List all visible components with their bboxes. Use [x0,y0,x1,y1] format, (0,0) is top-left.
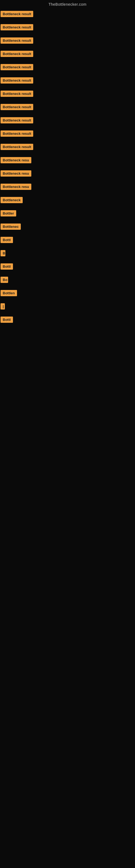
bottleneck-row-24: Bottl [0,313,135,327]
bottleneck-badge-8[interactable]: Bottleneck result [1,104,33,110]
bottleneck-row-23: | [0,300,135,313]
bottleneck-badge-18[interactable]: Bottl [1,237,13,243]
bottleneck-row-18: Bottl [0,234,135,247]
bottleneck-badge-11[interactable]: Bottleneck result [1,144,33,150]
bottleneck-badge-2[interactable]: Bottleneck result [1,24,33,30]
bottleneck-badge-10[interactable]: Bottleneck result [1,130,33,137]
bottleneck-row-9: Bottleneck result [0,114,135,127]
bottleneck-row-8: Bottleneck result [0,101,135,114]
bottleneck-row-13: Bottleneck resu [0,167,135,180]
bottleneck-row-12: Bottleneck resu [0,154,135,167]
bottleneck-row-2: Bottleneck result [0,21,135,34]
bottleneck-badge-15[interactable]: Bottleneck [1,197,23,203]
bottleneck-badge-1[interactable]: Bottleneck result [1,11,33,17]
bottleneck-row-3: Bottleneck result [0,34,135,48]
bottleneck-row-17: Bottlenec [0,220,135,234]
bottleneck-badge-20[interactable]: Bottl [1,264,13,270]
bottleneck-badge-9[interactable]: Bottleneck result [1,117,33,123]
bottleneck-row-10: Bottleneck result [0,127,135,141]
bottleneck-badge-13[interactable]: Bottleneck resu [1,170,31,177]
bottleneck-row-19: B [0,247,135,260]
bottleneck-badge-19[interactable]: B [1,250,5,256]
bottleneck-row-6: Bottleneck result [0,74,135,87]
bottleneck-badge-6[interactable]: Bottleneck result [1,77,33,84]
bottleneck-badge-23[interactable]: | [1,303,5,310]
bottleneck-badge-24[interactable]: Bottl [1,316,13,323]
bottleneck-badge-16[interactable]: Bottler [1,210,16,216]
bottleneck-badge-12[interactable]: Bottleneck resu [1,157,31,163]
bottleneck-row-7: Bottleneck result [0,87,135,101]
bottleneck-badge-4[interactable]: Bottleneck result [1,51,33,57]
bottleneck-row-21: Bo [0,273,135,287]
bottleneck-row-15: Bottleneck [0,194,135,207]
bottleneck-badge-22[interactable]: Bottlen [1,290,17,296]
bottleneck-badge-7[interactable]: Bottleneck result [1,91,33,97]
bottleneck-badge-17[interactable]: Bottlenec [1,223,21,230]
bottleneck-badge-3[interactable]: Bottleneck result [1,37,33,44]
bottleneck-row-5: Bottleneck result [0,61,135,74]
bottleneck-row-11: Bottleneck result [0,141,135,154]
bottleneck-row-4: Bottleneck result [0,48,135,61]
site-title: TheBottlenecker.com [0,0,135,8]
bottleneck-row-14: Bottleneck resu [0,180,135,194]
bottleneck-badge-5[interactable]: Bottleneck result [1,64,33,70]
bottleneck-row-1: Bottleneck result [0,8,135,21]
bottleneck-badge-21[interactable]: Bo [1,277,8,283]
bottleneck-row-20: Bottl [0,260,135,273]
bottleneck-badge-14[interactable]: Bottleneck resu [1,184,31,190]
bottleneck-row-16: Bottler [0,207,135,220]
bottleneck-row-22: Bottlen [0,287,135,300]
